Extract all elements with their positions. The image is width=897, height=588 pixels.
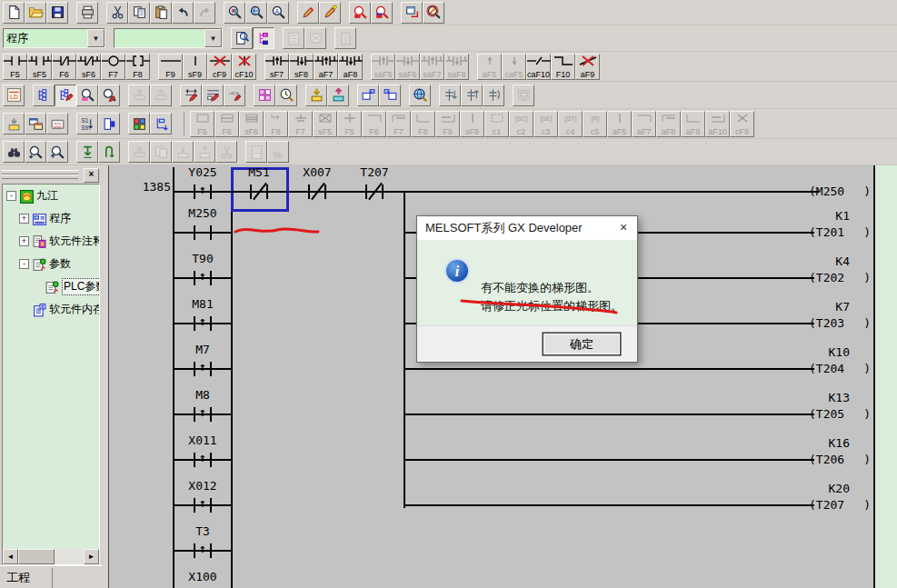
intelligent-function-unit-button[interactable]: [334, 27, 356, 49]
sfc-symbol-fkey-button[interactable]: F6: [214, 111, 239, 137]
macro-utilize-button[interactable]: [304, 27, 326, 49]
ladder-contact[interactable]: X012: [174, 475, 231, 517]
cut-button[interactable]: [106, 2, 128, 24]
comment-edit-button[interactable]: [180, 85, 202, 106]
sfc-symbol-fkey-button[interactable]: [R]c5: [583, 111, 607, 137]
ladder-symbol-fkey-button[interactable]: aF5: [477, 54, 502, 80]
delete-column-button[interactable]: [194, 141, 215, 163]
project-data-list-button[interactable]: [253, 27, 274, 49]
edit-line-button[interactable]: [215, 141, 237, 163]
ladder-contact[interactable]: T90: [174, 248, 231, 290]
read-from-plc-button[interactable]: [327, 85, 349, 106]
tree-item[interactable]: + 软元件注释: [3, 230, 99, 253]
error-jump-button[interactable]: ε+υerror: [46, 113, 68, 135]
tree-item[interactable]: 软元件内存: [3, 298, 99, 321]
panel-grip[interactable]: [2, 174, 78, 179]
ladder-symbol-fkey-button[interactable]: aF9: [575, 54, 600, 80]
data-name-combo[interactable]: ▼: [114, 28, 223, 48]
ladder-symbol-fkey-button[interactable]: saF7: [420, 54, 444, 80]
monitor-write-mode-button[interactable]: [98, 85, 120, 106]
sfc-symbol-fkey-button[interactable]: F8: [264, 111, 288, 137]
panel-close-button[interactable]: ×: [84, 168, 99, 183]
program-check-zoom-button[interactable]: [423, 2, 444, 24]
monitor-start-button[interactable]: [409, 85, 431, 106]
ladder-coil[interactable]: K20 T207: [404, 479, 873, 519]
statement-edit-button[interactable]: [202, 85, 224, 106]
macro-registration-button[interactable]: [283, 27, 304, 49]
write-to-plc-button[interactable]: [305, 85, 327, 106]
sfc-symbol-fkey-button[interactable]: [ST]c4: [558, 111, 583, 137]
undo-button[interactable]: [172, 2, 194, 24]
program-check-button[interactable]: [128, 85, 150, 106]
paste-button[interactable]: [150, 2, 172, 24]
tree-item[interactable]: - 参数: [3, 253, 99, 275]
ladder-contact[interactable]: M8: [174, 384, 231, 426]
ladder-symbol-fkey-button[interactable]: saF5: [371, 54, 395, 80]
tree-horizontal-scrollbar[interactable]: ◄ ►: [3, 549, 99, 564]
program-type-combo[interactable]: 程序 ▼: [3, 28, 105, 48]
sfc-symbol-fkey-button[interactable]: F5: [337, 111, 362, 137]
set-value-button-1[interactable]: [439, 85, 461, 106]
ladder-symbol-fkey-button[interactable]: sF5: [27, 54, 52, 80]
ladder-symbol-fkey-button[interactable]: cF10: [232, 54, 256, 80]
ladder-contact[interactable]: X011: [174, 430, 231, 472]
new-edit-button[interactable]: [319, 2, 341, 24]
find-button[interactable]: [224, 2, 245, 24]
tree-expander-icon[interactable]: +: [19, 214, 29, 224]
close-icon[interactable]: ×: [610, 216, 637, 240]
find-device-button[interactable]: [245, 2, 267, 24]
screen-display-button[interactable]: [513, 85, 534, 106]
ladder-symbol-fkey-button[interactable]: caF5: [502, 54, 526, 80]
sfc-symbol-fkey-button[interactable]: sF5: [313, 111, 337, 137]
find-button-2[interactable]: [3, 141, 25, 163]
sfc-symbol-fkey-button[interactable]: aF10: [705, 111, 730, 137]
ladder-symbol-fkey-button[interactable]: aF8: [338, 54, 363, 80]
sfc-symbol-fkey-button[interactable]: F6: [362, 111, 386, 137]
ladder-symbol-fkey-button[interactable]: aF7: [314, 54, 338, 80]
sfc-symbol-fkey-button[interactable]: F9: [435, 111, 460, 137]
chevron-down-icon[interactable]: ▼: [204, 29, 222, 47]
sfc-symbol-fkey-button[interactable]: F7: [288, 111, 313, 137]
tree-item[interactable]: - 九江: [3, 184, 99, 207]
sfc-symbol-fkey-button[interactable]: aF9: [681, 111, 705, 137]
set-value-button-2[interactable]: [461, 85, 483, 106]
scroll-right-icon[interactable]: ►: [84, 549, 99, 564]
copy-button[interactable]: [128, 2, 150, 24]
ladder-coil[interactable]: K16 T206: [404, 434, 873, 473]
ladder-symbol-fkey-button[interactable]: F10: [551, 54, 575, 80]
save-project-button[interactable]: [46, 2, 68, 24]
sfc-symbol-fkey-button[interactable]: F7: [386, 111, 411, 137]
ladder-symbol-fkey-button[interactable]: F6: [52, 54, 76, 80]
ladder-symbol-fkey-button[interactable]: cF9: [207, 54, 232, 80]
dialog-titlebar[interactable]: MELSOFT系列 GX Developer ×: [417, 216, 637, 240]
ok-button[interactable]: 确定: [543, 333, 621, 355]
ladder-contact[interactable]: T207: [346, 165, 403, 204]
ladder-symbol-fkey-button[interactable]: sF9: [183, 54, 207, 80]
find-string-button[interactable]: A: [267, 2, 289, 24]
sfc-symbol-fkey-button[interactable]: F8: [411, 111, 435, 137]
scroll-left-icon[interactable]: ◄: [3, 549, 18, 564]
project-data-window-button[interactable]: [401, 2, 423, 24]
comment-display-button[interactable]: [231, 27, 253, 49]
insert-row-button[interactable]: [128, 141, 150, 163]
ladder-contact[interactable]: X100: [174, 566, 231, 588]
device-comment-edit-button[interactable]: [297, 2, 319, 24]
read-mode-button[interactable]: [33, 85, 55, 106]
scrollbar-thumb[interactable]: [18, 549, 55, 564]
tab-project[interactable]: 工程: [6, 570, 30, 586]
device-monitor-button[interactable]: [275, 85, 297, 106]
note-edit-button[interactable]: -<>: [224, 85, 245, 106]
ladder-coil[interactable]: M250: [404, 165, 873, 205]
sfc-symbol-fkey-button[interactable]: aF5: [607, 111, 632, 137]
sfc-symbol-fkey-button[interactable]: aF8: [656, 111, 681, 137]
ladder-symbol-fkey-button[interactable]: F9: [158, 54, 183, 80]
tree-expander-icon[interactable]: +: [19, 236, 29, 246]
sfc-symbol-fkey-button[interactable]: sF6: [239, 111, 264, 137]
ladder-contact[interactable]: M51: [231, 165, 287, 204]
find-next-button[interactable]: [25, 141, 46, 163]
tree-item[interactable]: + 程序: [3, 207, 99, 230]
tree-item[interactable]: PLC参数: [3, 275, 99, 298]
ladder-symbol-fkey-button[interactable]: sF6: [76, 54, 101, 80]
ladder-symbol-fkey-button[interactable]: F8: [125, 54, 150, 80]
tree-expander-icon[interactable]: -: [6, 191, 16, 201]
